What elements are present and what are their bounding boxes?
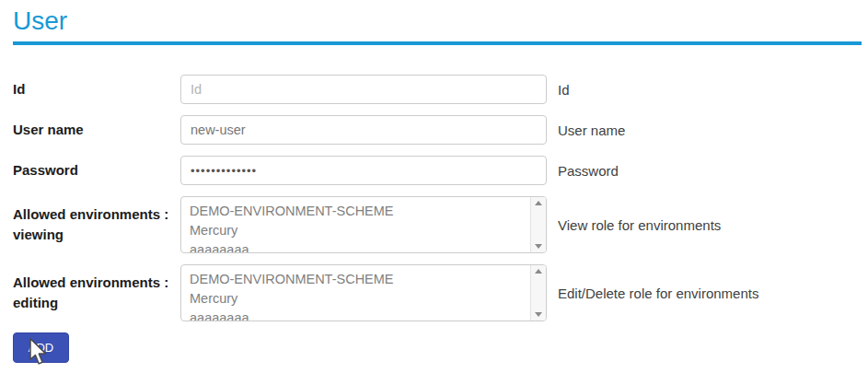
form-row-env-editing: Allowed environments : editing DEMO-ENVI… — [13, 264, 868, 321]
id-label: Id — [13, 79, 180, 99]
id-input[interactable] — [180, 75, 547, 104]
button-row: ADD — [13, 332, 868, 363]
title-divider — [13, 41, 862, 45]
username-input[interactable] — [180, 115, 547, 145]
add-button[interactable]: ADD — [13, 332, 69, 363]
listbox-option[interactable]: Mercury — [190, 289, 524, 309]
scroll-down-icon[interactable] — [535, 244, 542, 249]
env-editing-listbox[interactable]: DEMO-ENVIRONMENT-SCHEME Mercury aaaaaaaa — [180, 264, 547, 321]
listbox-option[interactable]: aaaaaaaa — [190, 309, 524, 321]
password-input[interactable] — [180, 156, 547, 185]
listbox-option[interactable]: aaaaaaaa — [190, 240, 524, 253]
user-page: User Id Id User name User name Password … — [0, 0, 868, 363]
form-row-id: Id Id — [13, 75, 868, 104]
env-viewing-listbox[interactable]: DEMO-ENVIRONMENT-SCHEME Mercury aaaaaaaa — [180, 196, 547, 253]
listbox-option[interactable]: DEMO-ENVIRONMENT-SCHEME — [190, 202, 524, 221]
env-viewing-help-text: View role for environments — [558, 217, 721, 233]
user-form: Id Id User name User name Password Passw… — [13, 75, 868, 363]
password-help-text: Password — [558, 163, 619, 179]
scrollbar[interactable] — [530, 197, 546, 252]
scroll-down-icon[interactable] — [535, 312, 542, 317]
form-row-username: User name User name — [13, 115, 868, 145]
username-help-text: User name — [558, 122, 625, 138]
env-viewing-label: Allowed environments : viewing — [13, 204, 180, 245]
scroll-up-icon[interactable] — [535, 269, 542, 274]
env-editing-label: Allowed environments : editing — [13, 273, 180, 313]
form-row-password: Password Password — [13, 156, 868, 185]
form-row-env-viewing: Allowed environments : viewing DEMO-ENVI… — [13, 196, 868, 253]
scroll-up-icon[interactable] — [535, 201, 542, 205]
env-editing-help-text: Edit/Delete role for environments — [558, 286, 758, 301]
id-help-text: Id — [558, 82, 570, 98]
page-title: User — [13, 6, 868, 37]
password-label: Password — [13, 160, 180, 181]
username-label: User name — [13, 120, 180, 140]
listbox-option[interactable]: DEMO-ENVIRONMENT-SCHEME — [190, 270, 524, 289]
scrollbar[interactable] — [530, 265, 546, 321]
listbox-option[interactable]: Mercury — [190, 221, 524, 240]
